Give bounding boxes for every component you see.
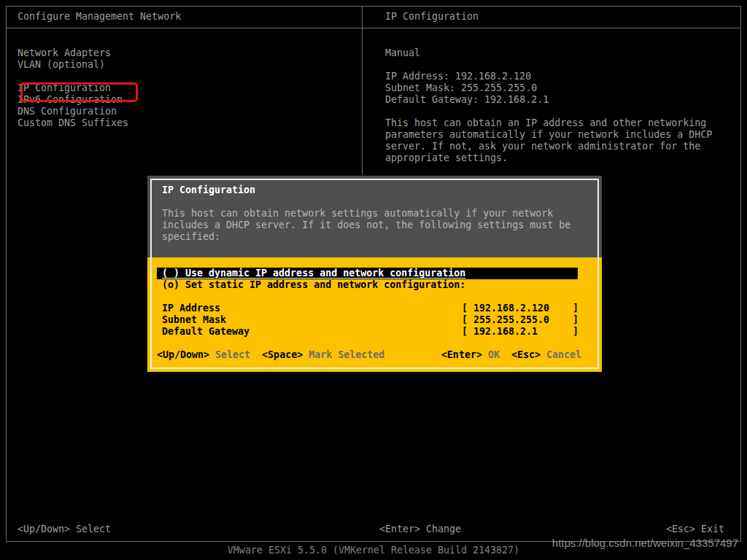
esc-action: Exit — [701, 524, 724, 534]
ip-details-panel: Manual IP Address:192.168.2.120 Subnet M… — [385, 47, 712, 164]
menu-item-vlan[interactable]: VLAN (optional) — [18, 59, 128, 71]
menu-item-dns-configuration[interactable]: DNS Configuration — [18, 106, 128, 117]
ip-configuration-dialog: IP Configuration This host can obtain ne… — [147, 176, 602, 372]
ip-address-row: IP Address:192.168.2.120 — [385, 71, 712, 82]
window-title: Configure Management Network — [18, 11, 181, 23]
enter-key: <Enter> — [379, 524, 420, 534]
updown-key: <Up/Down> — [18, 524, 70, 534]
csdn-watermark: https://blog.csdn.net/weixin_43357497 — [552, 537, 738, 549]
subnet-mask-row: Subnet Mask:255.255.255.0 — [385, 82, 712, 94]
help-text-line: This host can obtain an IP address and o… — [385, 117, 712, 129]
subnet-mask-field-row: Subnet Mask [ 255.255.255.0 ] — [147, 314, 602, 326]
ip-address-value: 192.168.2.120 — [455, 71, 531, 82]
hint-updown-select: <Up/Down>Select — [18, 524, 111, 534]
dialog-form: ( ) Use dynamic IP address and network c… — [147, 257, 602, 372]
esc-key: <Esc> — [511, 349, 541, 360]
default-gateway-input[interactable]: [ 192.168.2.1 ] — [462, 326, 578, 338]
esc-key: <Esc> — [666, 524, 695, 534]
panel-divider — [362, 7, 363, 175]
menu-item-network-adapters[interactable]: Network Adapters — [18, 47, 128, 59]
help-text-line: server. If not, ask your network adminis… — [385, 141, 712, 152]
help-text-line: appropriate settings. — [385, 152, 712, 164]
dialog-key-hints: <Up/Down>Select<Space>Mark Selected <Ent… — [147, 349, 602, 361]
updown-key: <Up/Down> — [157, 349, 209, 360]
space-key: <Space> — [262, 349, 303, 360]
help-text-line: parameters automatically if your network… — [385, 129, 712, 141]
hint-enter-change: <Enter>Change — [379, 524, 461, 535]
subnet-mask-input[interactable]: [ 255.255.255.0 ] — [462, 314, 578, 326]
red-annotation-box — [20, 82, 138, 102]
updown-action: Select — [76, 524, 111, 534]
dialog-header: IP Configuration This host can obtain ne… — [147, 176, 602, 257]
section-title: IP Configuration — [385, 11, 479, 23]
ip-address-label: IP Address: — [385, 71, 449, 82]
default-gateway-value: 192.168.2.1 — [484, 94, 549, 105]
enter-key: <Enter> — [441, 349, 482, 360]
menu-spacer — [18, 71, 128, 82]
ip-address-field-label: IP Address — [162, 303, 220, 314]
ip-address-input[interactable]: [ 192.168.2.120 ] — [462, 303, 578, 314]
space-action: Mark Selected — [309, 349, 384, 360]
dialog-help-line: This host can obtain network settings au… — [162, 208, 580, 219]
enter-action: Change — [426, 524, 461, 534]
dialog-help-line: includes a DHCP server. If it does not, … — [162, 219, 580, 231]
default-gateway-field-row: Default Gateway [ 192.168.2.1 ] — [147, 326, 602, 338]
default-gateway-field-label: Default Gateway — [162, 326, 249, 337]
title-divider — [7, 28, 740, 28]
cancel-action: Cancel — [546, 349, 581, 360]
ip-mode-value: Manual — [385, 47, 712, 59]
dialog-help-line: specified: — [162, 231, 580, 243]
subnet-mask-value: 255.255.255.0 — [461, 82, 537, 93]
radio-option-static-ip[interactable]: (o) Set static IP address and network co… — [147, 279, 602, 291]
hint-esc-exit: <Esc>Exit — [666, 524, 724, 535]
ok-action: OK — [488, 349, 500, 360]
key-hints-bar: <Up/Down>Select <Enter>Change <Esc>Exit — [18, 524, 724, 535]
dialog-title: IP Configuration — [162, 184, 580, 196]
menu-item-custom-dns-suffixes[interactable]: Custom DNS Suffixes — [18, 117, 128, 129]
updown-action: Select — [215, 349, 250, 360]
default-gateway-label: Default Gateway: — [385, 94, 479, 105]
default-gateway-row: Default Gateway:192.168.2.1 — [385, 94, 712, 106]
subnet-mask-label: Subnet Mask: — [385, 82, 455, 93]
ip-address-field-row: IP Address [ 192.168.2.120 ] — [147, 303, 602, 314]
radio-option-dynamic-ip[interactable]: ( ) Use dynamic IP address and network c… — [157, 268, 578, 279]
subnet-mask-field-label: Subnet Mask — [162, 314, 226, 325]
